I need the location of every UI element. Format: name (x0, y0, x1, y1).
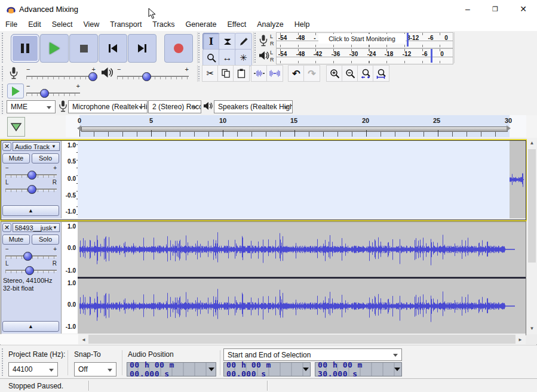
scroll-up-icon[interactable]: ▲ (527, 140, 537, 146)
track-1-gain-thumb[interactable] (27, 171, 36, 180)
track-2-pan-thumb[interactable] (25, 266, 34, 275)
track-1-pan-slider[interactable]: L R (5, 180, 57, 192)
play-speed-toolbar-grabber[interactable] (1, 84, 4, 98)
trim-audio-button[interactable] (251, 65, 268, 82)
play-speed-thumb[interactable] (40, 89, 49, 98)
selection-end-field[interactable]: 00 h 00 m 30.000 s (315, 362, 402, 376)
track-1-solo-button[interactable]: Solo (32, 153, 59, 163)
track-1-collapse-button[interactable]: ▲ (2, 205, 59, 216)
menu-view[interactable]: View (78, 20, 105, 29)
track-2-gain-slider[interactable]: − + (5, 247, 57, 259)
skip-to-start-button[interactable] (99, 34, 127, 63)
timeline-label: 0 (78, 117, 81, 124)
menu-file[interactable]: File (0, 20, 23, 29)
maximize-button[interactable]: ❐ (486, 4, 504, 14)
stop-button[interactable] (69, 34, 98, 63)
track-1-close-button[interactable]: ✕ (2, 142, 11, 151)
scroll-down-icon[interactable]: ▼ (527, 326, 537, 331)
selection-toolbar-grabber[interactable] (1, 348, 4, 376)
zoom-out-button[interactable] (342, 65, 358, 82)
zoom-in-button[interactable] (326, 65, 343, 82)
track-2-collapse-button[interactable]: ▲ (2, 321, 59, 332)
chevron-down-icon (139, 106, 143, 109)
track-2-gain-thumb[interactable] (23, 252, 32, 261)
record-button[interactable] (164, 34, 193, 63)
play-button[interactable] (40, 34, 69, 63)
track-2-name-menu[interactable]: 58493__juskt▼ (13, 223, 60, 232)
tools-toolbar-grabber[interactable] (198, 32, 201, 63)
fit-project-button[interactable] (373, 65, 389, 82)
selection-start-field[interactable]: 00 h 00 m 00.000 s (223, 362, 311, 376)
snap-to-select[interactable]: Off (74, 362, 116, 376)
selection-mode-select[interactable]: Start and End of Selection (223, 348, 402, 361)
record-meter-label: -12 (410, 35, 419, 41)
menu-tracks[interactable]: Tracks (147, 20, 180, 29)
chevron-down-icon (49, 369, 54, 372)
project-rate-select[interactable]: 44100 (8, 362, 58, 376)
title-bar: Advanced Mixing – ❐ ✕ (0, 0, 537, 18)
track-2-mute-button[interactable]: Mute (2, 234, 30, 245)
multi-tool-button[interactable]: ✳ (235, 49, 252, 66)
menu-select[interactable]: Select (47, 20, 78, 29)
fit-selection-button[interactable] (357, 65, 374, 82)
transport-toolbar-grabber[interactable] (1, 32, 4, 63)
draw-tool-button[interactable] (235, 33, 252, 50)
envelope-tool-button[interactable] (219, 33, 236, 50)
play-icon (50, 42, 60, 54)
menu-generate[interactable]: Generate (180, 20, 222, 29)
horizontal-scrollbar[interactable]: ◄ ► (78, 334, 526, 344)
menu-transport[interactable]: Transport (105, 20, 147, 29)
vertical-scrollbar[interactable]: ▲ ▼ (527, 138, 537, 334)
pause-button[interactable] (11, 34, 39, 63)
mixer-toolbar-grabber[interactable] (1, 66, 4, 81)
playback-volume-slider[interactable]: − + (117, 67, 189, 80)
device-toolbar-grabber[interactable] (1, 100, 4, 114)
recording-channels-select[interactable]: 2 (Stereo) Recor (148, 100, 201, 113)
track-1-mute-button[interactable]: Mute (2, 153, 30, 163)
track-1-waveform-area[interactable] (78, 141, 526, 218)
cut-button[interactable]: ✂ (202, 65, 219, 82)
record-volume-slider[interactable]: − + (26, 67, 96, 80)
timeshift-tool-button[interactable]: ↔ (219, 49, 236, 66)
skip-to-end-button[interactable] (128, 34, 157, 63)
timeline-ruler[interactable]: 0 5 10 15 20 25 30 (0, 115, 537, 138)
selection-tool-button[interactable]: I (202, 33, 220, 50)
close-button[interactable]: ✕ (514, 4, 532, 14)
scroll-left-icon[interactable]: ◄ (79, 337, 88, 342)
track-1-pan-thumb[interactable] (27, 185, 36, 194)
menu-edit[interactable]: Edit (23, 20, 47, 29)
audio-host-select[interactable]: MME (7, 100, 56, 113)
edit-toolbar-grabber[interactable] (198, 66, 201, 81)
meter-toolbar-grabber[interactable] (254, 32, 257, 63)
silence-audio-button[interactable] (266, 65, 283, 82)
copy-button[interactable] (217, 65, 234, 82)
menu-analyze[interactable]: Analyze (251, 20, 289, 29)
timeline-label: 15 (290, 117, 297, 124)
track-2-pan-slider[interactable]: L R (5, 261, 57, 273)
pinned-play-head-button[interactable] (7, 117, 25, 137)
track-2-close-button[interactable]: ✕ (2, 223, 11, 232)
undo-button[interactable]: ↶ (288, 65, 305, 82)
track-2-solo-button[interactable]: Solo (32, 234, 59, 245)
menu-help[interactable]: Help (289, 20, 315, 29)
track-2-format-info: 32-bit float (3, 285, 33, 292)
record-volume-thumb[interactable] (88, 72, 97, 81)
playback-volume-thumb[interactable] (142, 72, 151, 81)
click-to-start-monitoring[interactable]: Click to Start Monitoring (318, 34, 406, 44)
play-speed-slider[interactable]: − + (26, 84, 80, 97)
track-1-name-menu[interactable]: Audio Track▼ (13, 142, 60, 151)
zoom-tool-button[interactable] (202, 49, 220, 66)
scroll-right-icon[interactable]: ► (516, 337, 524, 342)
horizontal-scrollbar-thumb[interactable] (88, 335, 515, 344)
track-2-waveform-area[interactable] (78, 222, 526, 334)
recording-device-select[interactable]: Microphone (Realtek High (68, 100, 148, 113)
playback-device-select[interactable]: Speakers (Realtek High Def (214, 100, 293, 113)
paste-button[interactable] (233, 65, 250, 82)
menu-effect[interactable]: Effect (222, 20, 252, 29)
track-1-gain-slider[interactable]: − + (5, 166, 57, 178)
minimize-button[interactable]: – (459, 4, 477, 14)
vertical-scrollbar-thumb[interactable] (528, 149, 536, 263)
audio-position-field[interactable]: 00 h 00 m 00.000 s (127, 362, 216, 376)
play-at-speed-button[interactable] (7, 84, 24, 98)
redo-button[interactable]: ↷ (303, 65, 320, 82)
